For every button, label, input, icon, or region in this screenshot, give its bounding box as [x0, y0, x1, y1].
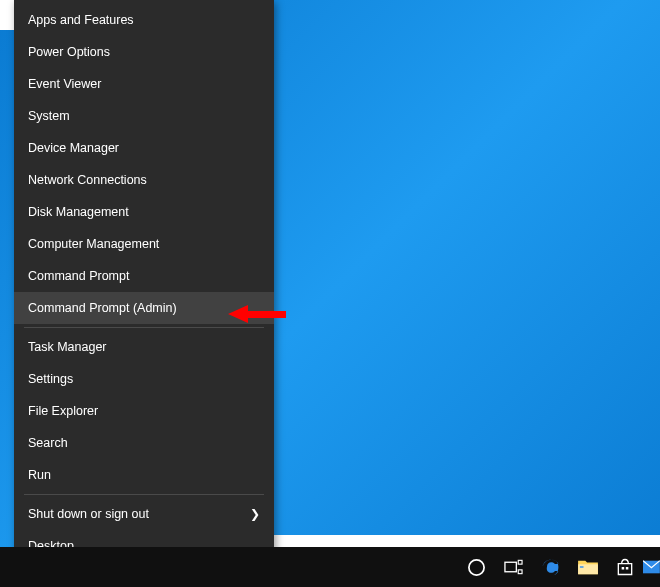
folder-glyph-icon [577, 558, 599, 576]
mail-icon[interactable] [643, 547, 660, 587]
arrow-head-icon [228, 305, 248, 323]
menu-search[interactable]: Search [14, 427, 274, 459]
menu-system[interactable]: System [14, 100, 274, 132]
menu-command-prompt[interactable]: Command Prompt [14, 260, 274, 292]
menu-device-manager[interactable]: Device Manager [14, 132, 274, 164]
menu-file-explorer[interactable]: File Explorer [14, 395, 274, 427]
svg-rect-1 [505, 562, 516, 572]
annotation-arrow [228, 305, 286, 323]
circle-icon [467, 558, 486, 577]
menu-apps-and-features[interactable]: Apps and Features [14, 4, 274, 36]
menu-divider [24, 494, 264, 495]
menu-divider [24, 327, 264, 328]
menu-event-viewer[interactable]: Event Viewer [14, 68, 274, 100]
edge-glyph-icon [540, 557, 561, 578]
menu-network-connections[interactable]: Network Connections [14, 164, 274, 196]
svg-rect-2 [518, 560, 522, 564]
taskview-glyph-icon [504, 559, 523, 575]
window-edge [0, 0, 14, 30]
edge-icon[interactable] [532, 547, 569, 587]
svg-rect-4 [578, 564, 598, 574]
arrow-shaft [248, 311, 286, 318]
menu-task-manager[interactable]: Task Manager [14, 331, 274, 363]
bag-glyph-icon [615, 557, 635, 577]
svg-rect-7 [625, 567, 628, 570]
svg-rect-3 [518, 570, 522, 574]
menu-run[interactable]: Run [14, 459, 274, 491]
svg-rect-5 [580, 566, 584, 568]
chevron-right-icon: ❯ [250, 507, 260, 521]
menu-computer-management[interactable]: Computer Management [14, 228, 274, 260]
task-view-icon[interactable] [495, 547, 532, 587]
mail-glyph-icon [643, 558, 660, 576]
store-icon[interactable] [606, 547, 643, 587]
menu-disk-management[interactable]: Disk Management [14, 196, 274, 228]
menu-settings[interactable]: Settings [14, 363, 274, 395]
cortana-icon[interactable] [458, 547, 495, 587]
taskbar [0, 547, 660, 587]
svg-point-0 [469, 559, 484, 574]
menu-power-options[interactable]: Power Options [14, 36, 274, 68]
menu-shut-down-sign-out[interactable]: Shut down or sign out ❯ [14, 498, 274, 530]
winx-context-menu: Apps and Features Power Options Event Vi… [14, 0, 274, 566]
file-explorer-icon[interactable] [569, 547, 606, 587]
svg-rect-6 [621, 567, 624, 570]
